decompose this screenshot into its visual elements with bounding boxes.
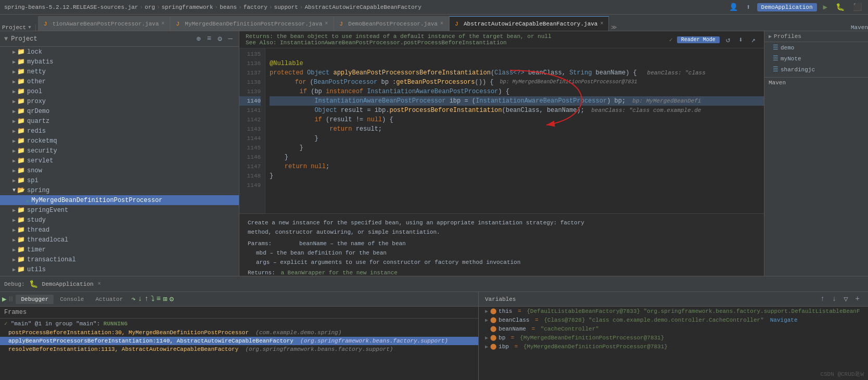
- arrow-icon: ▶: [12, 69, 16, 75]
- download-icon[interactable]: ⬇: [736, 34, 745, 45]
- refresh-icon[interactable]: ↺: [724, 34, 732, 45]
- run-config[interactable]: DemoApplication: [757, 3, 817, 11]
- item-label: MyMergedBeanDefinitionPostProcessor: [31, 197, 162, 204]
- tab-console[interactable]: Console: [55, 295, 89, 304]
- var-icon: ⬤: [490, 308, 496, 314]
- sidebar-item-mybatis[interactable]: ▶ 📁 mybatis: [0, 57, 239, 67]
- sidebar-item-spi[interactable]: ▶ 📁 spi: [0, 175, 239, 185]
- stack-frame-2[interactable]: resolveBeforeInstantiation:1113, Abstrac…: [0, 345, 478, 353]
- tab-abstract[interactable]: J AbstractAutowireCapableBeanFactory.jav…: [449, 16, 609, 31]
- var-icon: ⬤: [490, 343, 496, 350]
- sidebar-item-transactional[interactable]: ▶ 📁 transactional: [0, 255, 239, 264]
- sidebar-item-snow[interactable]: ▶ 📁 snow: [0, 166, 239, 175]
- navigate-link[interactable]: Navigate: [770, 317, 798, 323]
- sidebar-item-other[interactable]: ▶ 📁 other: [0, 77, 239, 86]
- sort-desc-icon[interactable]: ↓: [830, 294, 838, 305]
- sidebar-item-study[interactable]: ▶ 📁 study: [0, 215, 239, 225]
- sidebar-item-qrdemo[interactable]: ▶ 📁 qrDemo: [0, 106, 239, 116]
- external-icon[interactable]: ↗: [749, 34, 758, 45]
- var-bp[interactable]: ▶ ⬤ bp = {MyMergedBeanDefinitionPostProc…: [479, 333, 868, 342]
- code-line-1145: }: [270, 143, 764, 153]
- sidebar-item-rocketmq[interactable]: ▶ 📁 rocketmq: [0, 136, 239, 146]
- reader-mode-button[interactable]: Reader Mode: [677, 36, 720, 43]
- sidebar-item-mymerged[interactable]: ▶ ☕ MyMergedBeanDefinitionPostProcessor: [0, 195, 239, 205]
- arrow-icon: ▶: [12, 178, 16, 184]
- sidebar-item-utils[interactable]: ▶ 📁 utils: [0, 264, 239, 274]
- resume-icon[interactable]: ▶: [2, 295, 6, 303]
- close-icon-2[interactable]: ×: [325, 21, 328, 27]
- chevron-down-icon[interactable]: ▼: [28, 25, 31, 30]
- sidebar-item-lock[interactable]: ▶ 📁 lock: [0, 47, 239, 57]
- close-icon[interactable]: ×: [161, 21, 164, 27]
- evaluate-icon[interactable]: ≡: [157, 295, 161, 303]
- stack-frame-0[interactable]: postProcessBeforeInstantiation:30, MyMer…: [0, 328, 478, 337]
- sidebar-item-servlet[interactable]: ▶ 📁 servlet: [0, 156, 239, 166]
- profiles-expand-icon[interactable]: ▶: [769, 33, 772, 40]
- profile-name-demo: demo: [781, 45, 794, 51]
- tab-tionaware[interactable]: J tionAwareBeanPostProcessor.java ×: [38, 16, 171, 31]
- debug-app-name: DemoApplication: [42, 281, 94, 287]
- profile-icon[interactable]: 👤: [727, 2, 740, 12]
- step-into-icon[interactable]: ↓: [138, 295, 142, 303]
- breadcrumb-factory[interactable]: factory: [244, 4, 267, 10]
- sidebar-item-springevent[interactable]: ▶ 📁 springEvent: [0, 205, 239, 215]
- debug-close-icon[interactable]: ×: [98, 281, 101, 287]
- sidebar-item-netty[interactable]: ▶ 📁 netty: [0, 67, 239, 77]
- sidebar-item-vo[interactable]: ▶ 📁 vo: [0, 274, 239, 276]
- tab-debugger[interactable]: Debugger: [16, 295, 54, 304]
- profile-demo[interactable]: ☰ demo: [764, 42, 868, 53]
- vcs-icon[interactable]: ⬆: [744, 2, 752, 12]
- debug-button[interactable]: 🐛: [834, 2, 847, 12]
- run-to-cursor-icon[interactable]: ⤵: [151, 295, 155, 303]
- var-ibp[interactable]: ▶ ⬤ ibp = {MyMergedBeanDefinitionPostPro…: [479, 342, 868, 351]
- filter-icon[interactable]: ▽: [841, 294, 850, 305]
- sidebar-item-proxy[interactable]: ▶ 📁 proxy: [0, 96, 239, 106]
- step-over-icon[interactable]: ↷: [131, 295, 135, 303]
- profile-mynote[interactable]: ☰ myNote: [764, 53, 868, 64]
- collapse-icon[interactable]: ≡: [205, 33, 213, 44]
- breadcrumb-org[interactable]: org: [145, 4, 155, 10]
- close-icon-4[interactable]: ×: [600, 21, 603, 27]
- sidebar-item-redis[interactable]: ▶ 📁 redis: [0, 126, 239, 136]
- tab-label: tionAwareBeanPostProcessor.java: [53, 21, 159, 27]
- breadcrumb-jar[interactable]: spring-beans-5.2.12.RELEASE-sources.jar: [4, 4, 138, 10]
- close-icon-3[interactable]: ×: [440, 21, 443, 27]
- sidebar-item-spring[interactable]: ▼ 📂 spring: [0, 185, 239, 195]
- breadcrumb-class[interactable]: AbstractAutowireCapableBeanFactory: [304, 4, 421, 10]
- breadcrumb-support[interactable]: support: [274, 4, 298, 10]
- sidebar-item-quartz[interactable]: ▶ 📁 quartz: [0, 116, 239, 126]
- add-watch-icon[interactable]: +: [853, 294, 862, 305]
- sidebar-item-timer[interactable]: ▶ 📁 timer: [0, 245, 239, 255]
- line-numbers: 1135 1136 1137 1138 1139 1140 1141 1142 …: [239, 48, 265, 213]
- stack-frame-1[interactable]: applyBeanPostProcessorsBeforeInstantiati…: [0, 337, 478, 345]
- sort-asc-icon[interactable]: ↑: [818, 294, 826, 305]
- pause-icon[interactable]: ⏸: [7, 295, 15, 303]
- params-label: Params:: [248, 240, 272, 247]
- settings-icon[interactable]: ⚙: [215, 33, 224, 44]
- sidebar-item-security[interactable]: ▶ 📁 security: [0, 146, 239, 156]
- step-out-icon[interactable]: ↑: [144, 295, 148, 303]
- close-panel-icon[interactable]: —: [226, 33, 235, 44]
- sidebar-item-threadlocal[interactable]: ▶ 📁 threadlocal: [0, 235, 239, 245]
- settings-debug-icon[interactable]: ⚙: [169, 295, 173, 303]
- locate-icon[interactable]: ⊕: [194, 33, 202, 44]
- tab-more-icon[interactable]: ≫: [609, 24, 619, 31]
- sidebar-item-thread[interactable]: ▶ 📁 thread: [0, 225, 239, 235]
- frames-icon[interactable]: ⊞: [163, 295, 167, 303]
- var-beanclass[interactable]: ▶ ⬤ beanClass = {Class@7828} "class com.…: [479, 315, 868, 324]
- run-button[interactable]: ▶: [821, 2, 829, 12]
- stop-button[interactable]: ⬛: [851, 2, 864, 12]
- profiles-header: ▶ Profiles: [764, 31, 868, 42]
- profile-shardingjc[interactable]: ☰ shardingjc: [764, 64, 868, 75]
- var-beanname[interactable]: ▶ ⬤ beanName = "cacheController": [479, 324, 868, 333]
- frames-section: Frames ✓ "main" @1 in group "main": RUNN…: [0, 307, 478, 380]
- var-this[interactable]: ▶ ⬤ this = {DefaultListableBeanFactory@7…: [479, 307, 868, 315]
- tab-mymerged[interactable]: J MyMergedBeanDefinitionPostProcessor.ja…: [170, 16, 334, 31]
- breadcrumb-beans[interactable]: beans: [220, 4, 237, 10]
- tab-actuator[interactable]: Actuator: [90, 295, 128, 304]
- folder-icon: 📁: [17, 127, 25, 135]
- sidebar-item-pool[interactable]: ▶ 📁 pool: [0, 86, 239, 96]
- breadcrumb-springframework[interactable]: springframework: [161, 4, 213, 10]
- tab-demobeanpost[interactable]: J DemoBeanPostProcessor.java ×: [334, 16, 449, 31]
- debug-label: Debug:: [4, 281, 25, 287]
